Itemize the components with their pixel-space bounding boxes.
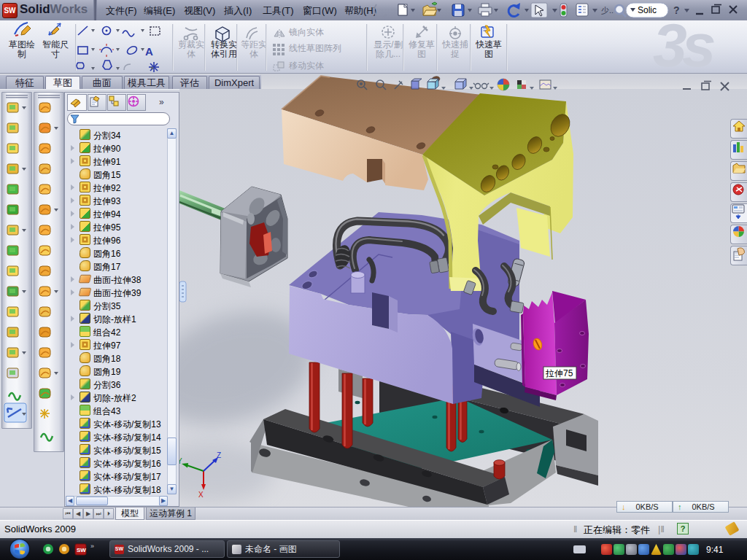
- svg-text:拉伸75: 拉伸75: [545, 368, 573, 378]
- svg-text:»: »: [90, 542, 94, 550]
- svg-text:Solic: Solic: [638, 5, 657, 15]
- svg-text:SW: SW: [77, 547, 86, 553]
- svg-text:?: ?: [673, 4, 680, 16]
- svg-text:少..: 少..: [601, 6, 614, 15]
- svg-text:A: A: [145, 45, 153, 58]
- svg-text:X: X: [198, 491, 204, 499]
- svg-text:Z: Z: [217, 451, 221, 459]
